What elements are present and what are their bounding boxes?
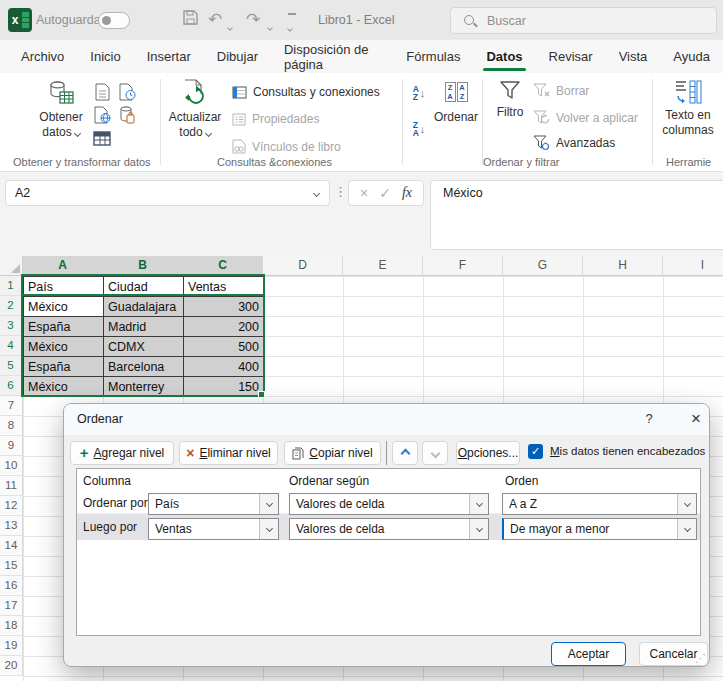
search-box[interactable]: Buscar: [450, 7, 717, 34]
cell-C1[interactable]: Ventas: [184, 277, 264, 297]
row-header-1[interactable]: 1: [0, 276, 23, 296]
undo-icon[interactable]: ↶: [208, 9, 222, 31]
row-header-11[interactable]: 11: [0, 476, 23, 496]
row-header-8[interactable]: 8: [0, 416, 23, 436]
level2-order-select[interactable]: De mayor a menor: [502, 518, 697, 540]
cell-B5[interactable]: Barcelona: [104, 357, 184, 377]
redo-dropdown-icon[interactable]: [268, 16, 272, 38]
tab-revisar[interactable]: Revisar: [536, 40, 606, 73]
cell-A4[interactable]: México: [24, 337, 104, 357]
cell-A3[interactable]: España: [24, 317, 104, 337]
get-data-button[interactable]: Obtener datos: [28, 79, 94, 140]
fill-handle[interactable]: [258, 391, 265, 398]
text-to-columns-button[interactable]: Texto en columnas: [658, 79, 718, 138]
column-header-F[interactable]: F: [423, 256, 503, 276]
tab-fórmulas[interactable]: Fórmulas: [393, 40, 473, 73]
tab-dibujar[interactable]: Dibujar: [204, 40, 271, 73]
column-header-D[interactable]: D: [263, 256, 343, 276]
from-database-icon[interactable]: [117, 105, 137, 125]
redo-icon[interactable]: ↷: [246, 9, 260, 31]
row-header-9[interactable]: 9: [0, 436, 23, 456]
sort-descending-button[interactable]: ZA ↓: [406, 118, 432, 140]
options-button[interactable]: Opciones...: [456, 441, 520, 465]
cell-C2[interactable]: 300: [184, 297, 264, 317]
row-header-6[interactable]: 6: [0, 376, 23, 396]
undo-dropdown-icon[interactable]: [228, 16, 232, 38]
row-header-17[interactable]: 17: [0, 596, 23, 616]
cell-B3[interactable]: Madrid: [104, 317, 184, 337]
sort-button[interactable]: ZAAZ Ordenar: [430, 79, 482, 125]
refresh-all-button[interactable]: Actualizar todo: [164, 79, 226, 140]
row-header-15[interactable]: 15: [0, 556, 23, 576]
cell-A5[interactable]: España: [24, 357, 104, 377]
cell-A1[interactable]: País: [24, 277, 104, 297]
cell-C4[interactable]: 500: [184, 337, 264, 357]
save-icon[interactable]: [182, 9, 199, 26]
row-header-5[interactable]: 5: [0, 356, 23, 376]
level1-order-select[interactable]: A a Z: [502, 493, 697, 515]
select-all-corner[interactable]: [0, 256, 23, 276]
cell-B6[interactable]: Monterrey: [104, 377, 184, 397]
column-header-I[interactable]: I: [663, 256, 723, 276]
row-header-10[interactable]: 10: [0, 456, 23, 476]
name-box[interactable]: A2: [5, 180, 330, 206]
row-header-3[interactable]: 3: [0, 316, 23, 336]
autosave-toggle[interactable]: [98, 12, 130, 29]
cancel-entry-icon[interactable]: ×: [360, 185, 368, 201]
level2-sorton-select[interactable]: Valores de celda: [289, 518, 489, 540]
cell-A2[interactable]: México: [24, 297, 104, 317]
from-web-icon[interactable]: [92, 105, 112, 125]
from-table-range-icon[interactable]: [92, 129, 112, 149]
row-header-14[interactable]: 14: [0, 536, 23, 556]
column-header-H[interactable]: H: [583, 256, 663, 276]
advanced-filter-button[interactable]: Avanzadas: [533, 135, 615, 151]
dialog-title-bar[interactable]: Ordenar: [64, 404, 709, 435]
cell-A6[interactable]: México: [24, 377, 104, 397]
insert-function-icon[interactable]: fx: [402, 185, 412, 201]
row-header-13[interactable]: 13: [0, 516, 23, 536]
column-header-A[interactable]: A: [23, 256, 103, 276]
row-header-4[interactable]: 4: [0, 336, 23, 356]
row-header-7[interactable]: 7: [0, 396, 23, 416]
tab-archivo[interactable]: Archivo: [8, 40, 77, 73]
delete-level-button[interactable]: × Eliminar nivel: [179, 441, 278, 465]
move-level-up-button[interactable]: [392, 441, 418, 465]
sort-ascending-button[interactable]: AZ ↓: [406, 82, 432, 104]
tab-disposición-de-página[interactable]: Disposición de página: [271, 40, 393, 73]
copy-level-button[interactable]: Copiar nivel: [284, 441, 381, 465]
confirm-entry-icon[interactable]: ✓: [379, 185, 391, 201]
cell-B2[interactable]: Guadalajara: [104, 297, 184, 317]
row-header-18[interactable]: 18: [0, 616, 23, 636]
tab-datos[interactable]: Datos: [473, 40, 535, 73]
resize-grip-icon[interactable]: ⋰: [695, 652, 706, 665]
customize-qat-icon[interactable]: [288, 13, 296, 39]
accept-button[interactable]: Aceptar: [551, 642, 626, 666]
cell-C5[interactable]: 400: [184, 357, 264, 377]
row-header-2[interactable]: 2: [0, 296, 23, 316]
dialog-help-button[interactable]: ?: [640, 411, 658, 429]
row-header-12[interactable]: 12: [0, 496, 23, 516]
column-header-G[interactable]: G: [503, 256, 583, 276]
column-header-C[interactable]: C: [183, 256, 263, 276]
tab-inicio[interactable]: Inicio: [77, 40, 133, 73]
add-level-button[interactable]: + Agregar nivel: [70, 441, 174, 465]
headers-checkbox[interactable]: ✓: [528, 444, 543, 459]
row-header-20[interactable]: 20: [0, 656, 23, 676]
cell-C3[interactable]: 200: [184, 317, 264, 337]
formula-input[interactable]: México: [430, 180, 723, 250]
filter-button[interactable]: Filtro: [489, 79, 531, 120]
row-header-19[interactable]: 19: [0, 636, 23, 656]
recent-sources-icon[interactable]: [117, 82, 137, 102]
level1-column-select[interactable]: País: [148, 493, 279, 515]
headers-checkbox-label[interactable]: Mis datos tienen encabezados: [550, 445, 705, 457]
dialog-close-button[interactable]: ×: [684, 408, 708, 430]
tab-insertar[interactable]: Insertar: [134, 40, 204, 73]
from-text-icon[interactable]: [92, 82, 112, 102]
tab-ayuda[interactable]: Ayuda: [660, 40, 723, 73]
cell-B1[interactable]: Ciudad: [104, 277, 184, 297]
level1-sorton-select[interactable]: Valores de celda: [289, 493, 489, 515]
tab-vista[interactable]: Vista: [606, 40, 661, 73]
cell-B4[interactable]: CDMX: [104, 337, 184, 357]
cell-C6[interactable]: 150: [184, 377, 264, 397]
column-header-E[interactable]: E: [343, 256, 423, 276]
